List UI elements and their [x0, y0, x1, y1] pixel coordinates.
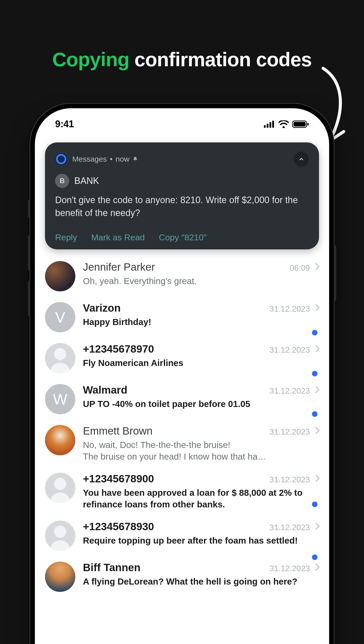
chevron-right-icon — [315, 426, 320, 435]
conversation-name: +12345678930 — [83, 521, 266, 533]
conversation-list: Jennifer Parker06:09Oh, yeah. Everything… — [35, 249, 329, 598]
svg-rect-6 — [293, 122, 306, 126]
notification-expand-button[interactable] — [294, 152, 309, 167]
phone-frame: 9:41 — [30, 104, 334, 644]
conversation-avatar — [45, 261, 75, 291]
svg-rect-1 — [267, 124, 268, 128]
conversation-name: +12345678970 — [83, 343, 266, 355]
chevron-right-icon — [315, 522, 320, 530]
notification-card[interactable]: Messages • now B BANK — [45, 142, 319, 249]
statusbar-time: 9:41 — [55, 119, 74, 130]
conversation-row[interactable]: WWalmard31.12.2023UP TO -40% on toilet p… — [35, 380, 329, 421]
notification-reply-button[interactable]: Reply — [55, 232, 77, 242]
svg-point-10 — [54, 526, 66, 538]
conversation-row[interactable]: +1234567893031.12.2023Require topping up… — [35, 517, 329, 557]
conversation-row[interactable]: +1234567890031.12.2023You have been appr… — [35, 469, 329, 517]
unread-dot — [312, 371, 317, 376]
chevron-right-icon — [315, 304, 320, 312]
unread-dot — [312, 411, 317, 417]
svg-rect-3 — [272, 121, 274, 128]
conversation-name: +12345678900 — [83, 473, 266, 485]
conversation-avatar — [45, 425, 75, 455]
conversation-date: 31.12.2023 — [269, 475, 310, 484]
conversation-name: Varizon — [83, 302, 266, 314]
conversation-date: 31.12.2023 — [269, 523, 310, 532]
chevron-up-icon — [298, 156, 304, 162]
svg-rect-2 — [269, 122, 271, 128]
unread-dot — [312, 330, 317, 335]
phone-volume-up — [28, 235, 30, 271]
headline-rest: confirmation codes — [134, 48, 312, 71]
notification-mark-read-button[interactable]: Mark as Read — [91, 232, 145, 242]
conversation-row[interactable]: VVarizon31.12.2023Happy Birthday! — [35, 298, 329, 339]
svg-rect-0 — [264, 125, 266, 128]
headline-accent: Copying — [52, 48, 129, 71]
notification-sender-avatar: B — [55, 174, 69, 188]
conversation-avatar — [45, 521, 75, 551]
chevron-right-icon — [315, 345, 320, 353]
chevron-right-icon — [315, 474, 320, 482]
battery-icon — [292, 120, 309, 128]
conversation-avatar — [45, 343, 75, 373]
conversation-avatar: V — [45, 302, 75, 332]
chevron-right-icon — [315, 385, 320, 394]
svg-rect-7 — [307, 123, 309, 125]
notification-separator: • — [110, 155, 113, 163]
notification-copy-code-button[interactable]: Copy "8210" — [159, 232, 207, 242]
conversation-preview: UP TO -40% on toilet paper before 01.05 — [83, 398, 320, 410]
svg-point-8 — [54, 348, 66, 360]
notification-app-name: Messages — [72, 155, 107, 163]
conversation-preview: Happy Birthday! — [83, 316, 320, 328]
conversation-date: 31.12.2023 — [269, 304, 310, 314]
conversation-row[interactable]: +1234567897031.12.2023Fly Noamerican Air… — [35, 339, 329, 380]
conversation-name: Walmard — [83, 384, 266, 396]
phone-mute-switch — [28, 200, 30, 218]
cellular-icon — [264, 121, 275, 128]
wifi-icon — [279, 120, 289, 128]
notification-time: now — [116, 155, 129, 163]
conversation-preview: Fly Noamerican Airlines — [83, 357, 320, 369]
conversation-row[interactable]: Emmett Brown31.12.2023No, wait, Doc! The… — [35, 421, 329, 469]
conversation-preview: You have been approved a loan for $ 88,0… — [83, 487, 320, 510]
svg-point-9 — [54, 478, 66, 490]
bell-icon — [132, 156, 138, 162]
notification-app-icon — [55, 153, 67, 165]
conversation-avatar: W — [45, 384, 75, 414]
conversation-avatar — [45, 473, 75, 503]
notification-message: Don't give the code to anyone: 8210. Wri… — [55, 194, 309, 219]
conversation-avatar — [45, 562, 75, 592]
conversation-preview: Require topping up beer after the foam h… — [83, 535, 320, 546]
conversation-date: 31.12.2023 — [269, 386, 310, 396]
phone-power-button — [334, 245, 336, 301]
statusbar: 9:41 — [35, 108, 329, 137]
notification-meta: Messages • now — [72, 155, 138, 163]
conversation-row[interactable]: Biff Tannen31.12.2023A flying DeLorean? … — [35, 557, 329, 598]
notification-sender-name: BANK — [74, 176, 99, 186]
conversation-row[interactable]: Jennifer Parker06:09Oh, yeah. Everything… — [35, 257, 329, 298]
phone-volume-down — [28, 281, 30, 316]
svg-point-4 — [283, 126, 285, 128]
conversation-date: 31.12.2023 — [269, 345, 310, 355]
